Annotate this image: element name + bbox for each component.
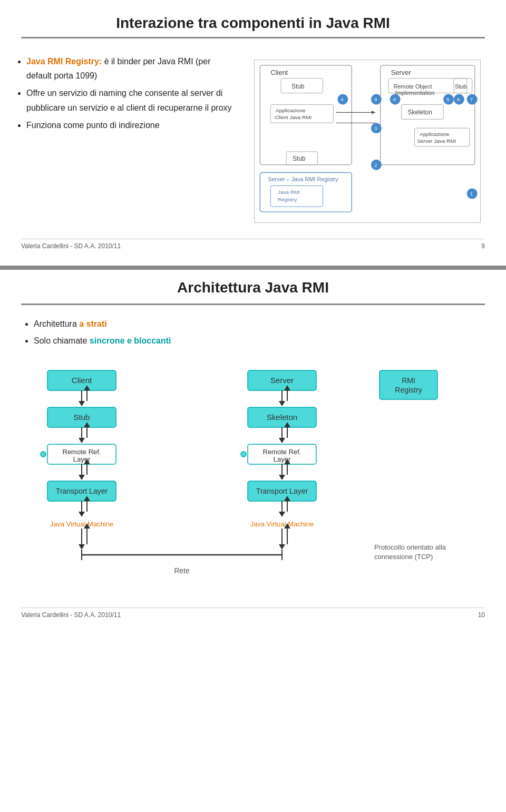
svg-text:2: 2 (374, 162, 377, 168)
svg-marker-92 (279, 475, 285, 480)
svg-text:Remote Ref.: Remote Ref. (263, 448, 301, 456)
svg-text:Client: Client (271, 69, 288, 76)
svg-point-115 (41, 452, 46, 457)
slide2-bullets: Architettura a strati Solo chiamate sinc… (21, 316, 485, 349)
slide2-footer: Valeria Cardellini - SD A.A. 2010/11 10 (21, 608, 485, 619)
svg-text:Server Java RMI: Server Java RMI (417, 138, 456, 144)
svg-marker-85 (279, 438, 285, 443)
slide1-footer: Valeria Cardellini - SD A.A. 2010/11 9 (21, 239, 485, 250)
slide2-title: Architettura Java RMI (21, 270, 485, 305)
svg-text:Client: Client (72, 376, 92, 385)
svg-text:Applicazione: Applicazione (276, 107, 306, 113)
slide2-footer-right: 10 (478, 611, 485, 619)
bullet-arch-2: Solo chiamate (34, 336, 90, 345)
bullet-arch-1-highlight: a strati (79, 319, 106, 328)
svg-text:Remote Ref.: Remote Ref. (63, 448, 101, 456)
svg-text:Skeleton: Skeleton (408, 109, 432, 116)
svg-text:Protocollo orientato alla: Protocollo orientato alla (374, 543, 446, 551)
svg-text:6: 6 (457, 96, 460, 102)
slide1-footer-right: 9 (481, 242, 485, 250)
svg-text:1: 1 (470, 191, 473, 197)
svg-text:Java Virtual Machine: Java Virtual Machine (250, 520, 314, 528)
svg-text:7: 7 (470, 96, 473, 102)
slide-1: Interazione tra componenti in Java RMI J… (0, 0, 506, 266)
svg-marker-73 (79, 544, 85, 550)
registry-label: Java RMI Registry: (26, 57, 102, 66)
slide2-footer-left: Valeria Cardellini - SD A.A. 2010/11 (21, 611, 121, 619)
svg-marker-68 (79, 512, 85, 517)
svg-text:Client Java RMI: Client Java RMI (275, 114, 312, 120)
svg-text:Stub: Stub (74, 413, 90, 422)
svg-text:Server: Server (270, 376, 294, 385)
svg-marker-98 (279, 512, 285, 517)
bullet-arch-2-highlight: sincrone e bloccanti (90, 336, 171, 345)
svg-text:Transport Layer: Transport Layer (56, 487, 108, 495)
slide-2: Architettura Java RMI Architettura a str… (0, 268, 506, 634)
svg-rect-110 (380, 370, 437, 399)
arch-diagram-svg: Client Stub Remote Ref. Layer (21, 365, 485, 592)
bullet3-text: Funziona come punto di indirezione (26, 121, 160, 130)
svg-text:3: 3 (374, 125, 377, 131)
svg-text:Implementation: Implementation (395, 90, 435, 96)
svg-text:Java RMI: Java RMI (278, 189, 300, 195)
svg-text:Stub: Stub (291, 83, 305, 90)
bullet-arch-1: Architettura (34, 319, 79, 328)
svg-text:connessione (TCP): connessione (TCP) (374, 553, 433, 561)
svg-text:4: 4 (341, 96, 344, 102)
slide1-diagram: Client Server Stub Remote Object Impleme… (250, 54, 485, 223)
svg-text:Stub: Stub (455, 83, 466, 90)
svg-text:8: 8 (393, 96, 396, 102)
svg-text:RMI: RMI (402, 376, 415, 385)
svg-text:Transport Layer: Transport Layer (256, 487, 308, 495)
svg-text:Java Virtual Machine: Java Virtual Machine (50, 520, 113, 528)
svg-marker-79 (279, 401, 285, 406)
svg-text:Applicazione: Applicazione (420, 131, 450, 137)
svg-marker-103 (279, 544, 285, 550)
svg-marker-55 (79, 438, 85, 443)
svg-text:Registry: Registry (278, 197, 297, 202)
svg-point-116 (241, 452, 246, 457)
svg-text:Rete: Rete (174, 566, 190, 575)
svg-text:5: 5 (446, 96, 450, 102)
svg-marker-49 (79, 401, 85, 406)
svg-marker-62 (79, 475, 85, 480)
arch-diagram-container: Client Stub Remote Ref. Layer (21, 365, 485, 592)
svg-text:Server – Java RMI Registry: Server – Java RMI Registry (268, 177, 339, 183)
svg-text:Server: Server (391, 69, 412, 76)
bullet2-text: Offre un servizio di naming che consente… (26, 89, 232, 112)
svg-text:Stub: Stub (293, 155, 306, 162)
svg-text:Skeleton: Skeleton (267, 413, 297, 422)
slide1-content: Java RMI Registry: è il binder per Java … (21, 54, 485, 223)
svg-text:Remote Object: Remote Object (394, 83, 432, 90)
slide1-text: Java RMI Registry: è il binder per Java … (21, 54, 235, 223)
rmi-architecture-svg: Client Server Stub Remote Object Impleme… (254, 60, 481, 223)
slide1-title: Interazione tra componenti in Java RMI (21, 0, 485, 38)
svg-text:Registry: Registry (395, 386, 422, 394)
svg-text:9: 9 (374, 96, 377, 102)
slide1-footer-left: Valeria Cardellini - SD A.A. 2010/11 (21, 242, 121, 250)
